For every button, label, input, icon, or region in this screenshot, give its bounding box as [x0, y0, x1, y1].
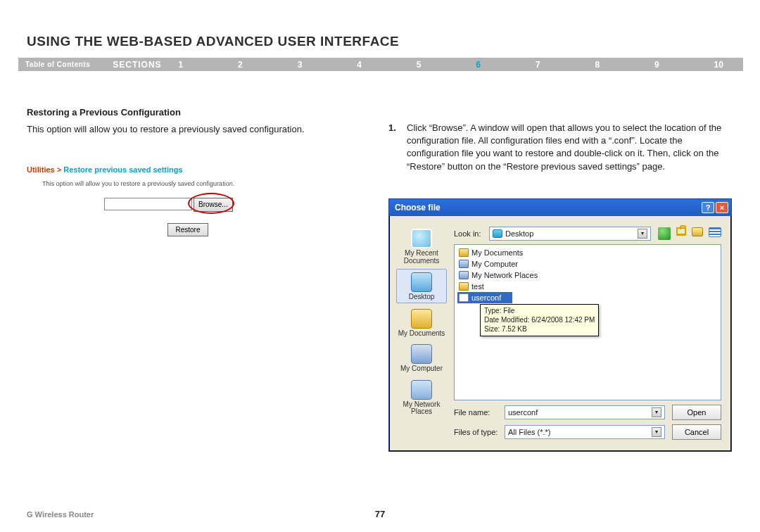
place-mydocs-label: My Documents [398, 330, 445, 338]
nav-toc[interactable]: Table of Contents [18, 61, 99, 68]
list-item[interactable]: My Computer [457, 258, 718, 270]
breadcrumb: Utilities > Restore previous saved setti… [27, 165, 183, 174]
desktop-icon [411, 272, 432, 292]
desktop-folder-icon [493, 229, 502, 238]
cancel-button[interactable]: Cancel [672, 424, 721, 440]
nav-section-7[interactable]: 7 [536, 60, 540, 70]
nav-section-9[interactable]: 9 [654, 60, 659, 70]
folder-icon [459, 248, 469, 257]
lookin-row: Look in: Desktop ▾ [454, 226, 721, 241]
back-icon[interactable] [658, 227, 671, 240]
file-name-combo[interactable]: userconf ▾ [505, 405, 665, 419]
lookin-value: Desktop [505, 229, 533, 238]
lookin-label: Look in: [454, 229, 489, 238]
places-bar: My Recent Documents Desktop My Documents… [393, 223, 450, 447]
file-type-value: All Files (*.*) [508, 428, 551, 436]
nav-section-6[interactable]: 6 [476, 60, 481, 70]
breadcrumb-current: Restore previous saved settings [63, 165, 182, 174]
place-recent-label: My Recent Documents [396, 250, 447, 265]
place-mycomputer-label: My Computer [400, 365, 443, 373]
step-text: Click “Browse”. A window will open that … [407, 122, 726, 173]
folder-icon [459, 282, 469, 291]
views-menu-icon[interactable] [709, 227, 721, 237]
page-title: USING THE WEB-BASED ADVANCED USER INTERF… [27, 34, 399, 49]
section-navbar: Table of Contents SECTIONS 1 2 3 4 5 6 7… [18, 58, 743, 71]
lookin-combo[interactable]: Desktop ▾ [489, 227, 651, 241]
documents-icon [411, 309, 432, 329]
list-item[interactable]: My Network Places [457, 270, 718, 281]
mini-caption: This option will allow you to restore a … [42, 180, 345, 187]
breadcrumb-utilities: Utilities > [27, 165, 63, 174]
file-icon [459, 293, 469, 302]
browse-button[interactable]: Browse... [194, 198, 233, 212]
network-icon [411, 380, 432, 400]
place-desktop[interactable]: Desktop [396, 269, 447, 303]
up-one-level-icon[interactable] [676, 227, 686, 236]
place-desktop-label: Desktop [409, 293, 435, 301]
dialog-close-button[interactable]: × [716, 202, 728, 213]
dialog-titlebar[interactable]: Choose file ? × [389, 199, 731, 216]
nav-section-4[interactable]: 4 [357, 60, 362, 70]
chevron-down-icon[interactable]: ▾ [652, 407, 661, 417]
chevron-down-icon[interactable]: ▾ [652, 427, 661, 437]
router-ui-mock: This option will allow you to restore a … [42, 180, 345, 236]
file-name-value: userconf [508, 408, 538, 417]
nav-section-2[interactable]: 2 [238, 60, 243, 70]
dialog-title: Choose file [395, 203, 441, 213]
new-folder-icon[interactable] [692, 227, 703, 236]
file-list[interactable]: My Documents My Computer My Network Plac… [454, 244, 721, 400]
computer-icon [459, 260, 469, 268]
nav-section-1[interactable]: 1 [179, 60, 184, 70]
step-number: 1. [388, 122, 407, 173]
section-subheading: Restoring a Previous Configuration [27, 107, 181, 118]
file-type-combo[interactable]: All Files (*.*) ▾ [505, 425, 665, 439]
recent-icon [411, 229, 432, 248]
place-mycomputer[interactable]: My Computer [396, 341, 447, 374]
place-mynetwork-label: My Network Places [396, 401, 447, 416]
footer-page: 77 [0, 509, 760, 519]
file-name-label: File name: [454, 408, 505, 417]
config-path-input[interactable] [104, 198, 192, 210]
list-item-selected[interactable]: userconf [457, 292, 512, 303]
file-type-label: Files of type: [454, 428, 505, 436]
place-mydocs[interactable]: My Documents [396, 306, 447, 339]
nav-sections-label: SECTIONS [99, 60, 178, 70]
file-open-dialog: Choose file ? × My Recent Documents Desk… [388, 198, 732, 452]
lookin-dropdown-icon[interactable]: ▾ [638, 229, 647, 239]
nav-section-5[interactable]: 5 [417, 60, 422, 70]
computer-icon [411, 344, 432, 364]
place-mynetwork[interactable]: My Network Places [396, 377, 447, 417]
network-icon [459, 271, 469, 279]
instruction-step: 1. Click “Browse”. A window will open th… [388, 122, 726, 173]
list-item[interactable]: test [457, 281, 718, 292]
intro-text: This option will allow you to restore a … [27, 123, 357, 136]
nav-section-8[interactable]: 8 [595, 60, 600, 70]
dialog-help-button[interactable]: ? [702, 202, 714, 213]
open-button[interactable]: Open [672, 405, 721, 420]
file-tooltip: Type: File Date Modified: 6/24/2008 12:4… [480, 304, 599, 336]
nav-section-10[interactable]: 10 [714, 60, 723, 70]
restore-button[interactable]: Restore [167, 223, 208, 236]
list-item[interactable]: My Documents [457, 247, 718, 258]
place-recent[interactable]: My Recent Documents [396, 226, 447, 266]
nav-section-3[interactable]: 3 [298, 60, 303, 70]
